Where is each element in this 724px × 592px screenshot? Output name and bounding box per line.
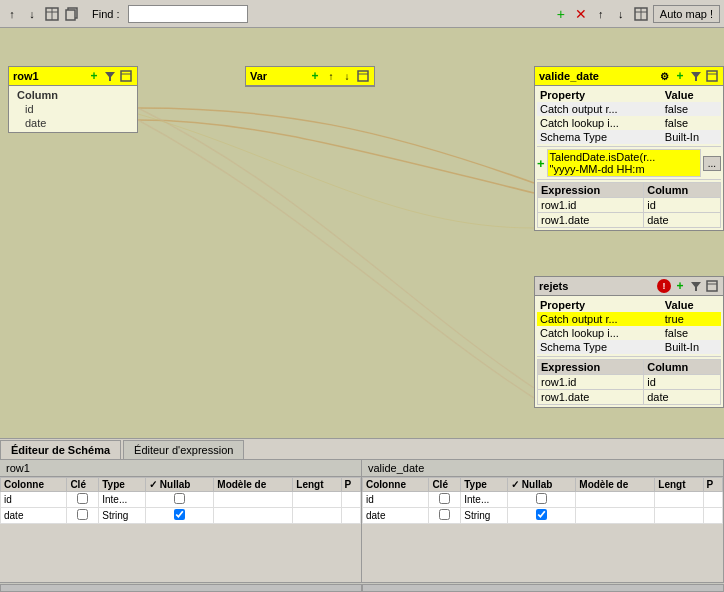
- valide-expression-container: + TalendDate.isDate(r... "yyyy-MM-dd HH:…: [537, 149, 721, 177]
- svg-rect-14: [707, 71, 717, 81]
- table2-icon[interactable]: [633, 6, 649, 22]
- schema-panel1-scroll[interactable]: Colonne Clé Type ✓ Nullab Modèle de Leng…: [0, 477, 361, 524]
- rejets-window-icon[interactable]: [705, 279, 719, 293]
- canvas-area: row1 + Column id date Var + ↑ ↓: [0, 28, 724, 438]
- rejets-prop-row-3: Schema Type Built-In: [537, 340, 721, 354]
- valide-map-row-2: row1.date date: [538, 213, 721, 228]
- valide-window-icon[interactable]: [705, 69, 719, 83]
- row1-window-icon[interactable]: [119, 69, 133, 83]
- valide-add-icon[interactable]: +: [673, 69, 687, 83]
- rejets-prop-col-value: Value: [662, 298, 721, 312]
- map-row1-expr: row1.id: [538, 198, 644, 213]
- row1-date-key-checkbox[interactable]: [77, 509, 88, 520]
- schema-panel2-title: valide_date: [362, 460, 723, 477]
- valide-expr-button[interactable]: ...: [703, 156, 721, 171]
- rejets-map-row-2: row1.date date: [538, 390, 721, 405]
- row1-filter-icon[interactable]: [103, 69, 117, 83]
- valide-date-key[interactable]: [429, 508, 461, 524]
- red-x-icon[interactable]: ✕: [573, 6, 589, 22]
- arrow-up-icon[interactable]: ↑: [4, 6, 20, 22]
- schema-table-valide: Colonne Clé Type ✓ Nullab Modèle de Leng…: [362, 477, 723, 524]
- rejets-catch-lookup: Catch lookup i...: [537, 326, 662, 340]
- expr-line2: "yyyy-MM-dd HH:m: [550, 163, 698, 175]
- var-window-icon[interactable]: [356, 69, 370, 83]
- row1-id-key-checkbox[interactable]: [77, 493, 88, 504]
- prop-catch-output-val: false: [662, 102, 721, 116]
- valide-date-nullab[interactable]: [508, 508, 576, 524]
- col-header-cle2: Clé: [429, 478, 461, 492]
- schema-panel-row1: row1 Colonne Clé Type ✓ Nullab Modèle de…: [0, 460, 362, 582]
- valide-id-key[interactable]: [429, 492, 461, 508]
- rejets-map-row2-col: date: [644, 390, 721, 405]
- rejets-map-header-col: Column: [644, 360, 721, 375]
- rejets-add-icon[interactable]: +: [673, 279, 687, 293]
- row1-date-prec: [341, 508, 360, 524]
- rejets-filter-icon[interactable]: [689, 279, 703, 293]
- valide-date-icons: ⚙ +: [657, 69, 719, 83]
- rejets-prop-table: Property Value Catch output r... true Ca…: [537, 298, 721, 354]
- col-header-nullab2: ✓ Nullab: [508, 478, 576, 492]
- schema-editor: row1 Colonne Clé Type ✓ Nullab Modèle de…: [0, 460, 724, 592]
- map-header-col: Column: [644, 183, 721, 198]
- table-icon[interactable]: [44, 6, 60, 22]
- valide-id-key-checkbox[interactable]: [439, 493, 450, 504]
- rejets-prop-col-property: Property: [537, 298, 662, 312]
- find-input[interactable]: [128, 5, 248, 23]
- valide-id-model: [576, 492, 655, 508]
- row1-id-key[interactable]: [67, 492, 99, 508]
- row1-id-nullab[interactable]: [146, 492, 214, 508]
- copy-icon[interactable]: [64, 6, 80, 22]
- arrow-down-icon[interactable]: ↓: [24, 6, 40, 22]
- row1-date-nullab[interactable]: [146, 508, 214, 524]
- rejets-schema-type-val: Built-In: [662, 340, 721, 354]
- schema-panel-valide: valide_date Colonne Clé Type ✓ Nullab Mo…: [362, 460, 724, 582]
- row1-add-icon[interactable]: +: [87, 69, 101, 83]
- row1-date-nullab-checkbox[interactable]: [174, 509, 185, 520]
- auto-map-button[interactable]: Auto map !: [653, 5, 720, 23]
- map-row2-expr: row1.date: [538, 213, 644, 228]
- row1-id-nullab-checkbox[interactable]: [174, 493, 185, 504]
- valide-id-nullab-checkbox[interactable]: [536, 493, 547, 504]
- add-green-icon[interactable]: +: [553, 6, 569, 22]
- rejets-catch-output-val: true: [662, 312, 721, 326]
- valide-date-type: String: [461, 508, 508, 524]
- valide-filter-icon[interactable]: [689, 69, 703, 83]
- column-header: Column: [13, 88, 133, 102]
- row1-title: row1: [13, 70, 39, 82]
- map-row2-col: date: [644, 213, 721, 228]
- row1-date-key[interactable]: [67, 508, 99, 524]
- valide-expression-field[interactable]: TalendDate.isDate(r... "yyyy-MM-dd HH:m: [547, 149, 701, 177]
- rejets-map-header: Expression Column: [538, 360, 721, 375]
- prop-schema-type: Schema Type: [537, 130, 662, 144]
- valide-prop-row-2: Catch lookup i... false: [537, 116, 721, 130]
- schema-editor-content: row1 Colonne Clé Type ✓ Nullab Modèle de…: [0, 460, 724, 582]
- var-arrow-down-icon[interactable]: ↓: [340, 69, 354, 83]
- schema-panel1-title: row1: [0, 460, 361, 477]
- rejets-box: rejets ! + Property Value Catch output: [534, 276, 724, 408]
- schema-row1-id: id Inte...: [1, 492, 361, 508]
- row1-date-type: String: [99, 508, 146, 524]
- up-icon[interactable]: ↑: [593, 6, 609, 22]
- col-header-type1: Type: [99, 478, 146, 492]
- col-header-colonne1: Colonne: [1, 478, 67, 492]
- valide-id-nullab[interactable]: [508, 492, 576, 508]
- var-arrow-up-icon[interactable]: ↑: [324, 69, 338, 83]
- svg-marker-16: [691, 282, 701, 291]
- valide-expr-plus[interactable]: +: [537, 156, 545, 171]
- valide-gear-icon[interactable]: ⚙: [657, 69, 671, 83]
- rejets-catch-output: Catch output r...: [537, 312, 662, 326]
- rejets-map-header-expr: Expression: [538, 360, 644, 375]
- row1-header: row1 +: [9, 67, 137, 86]
- tab-expression[interactable]: Éditeur d'expression: [123, 440, 244, 459]
- down-icon[interactable]: ↓: [613, 6, 629, 22]
- valide-date-key-checkbox[interactable]: [439, 509, 450, 520]
- var-add-icon[interactable]: +: [308, 69, 322, 83]
- svg-rect-4: [66, 10, 75, 20]
- var-box: Var + ↑ ↓: [245, 66, 375, 87]
- valide-date-nullab-checkbox[interactable]: [536, 509, 547, 520]
- schema-scrollbar[interactable]: [0, 582, 724, 592]
- row1-content: Column id date: [9, 86, 137, 132]
- valide-prop-row-3: Schema Type Built-In: [537, 130, 721, 144]
- schema-panel2-scroll[interactable]: Colonne Clé Type ✓ Nullab Modèle de Leng…: [362, 477, 723, 524]
- tab-schema[interactable]: Éditeur de Schéma: [0, 440, 121, 459]
